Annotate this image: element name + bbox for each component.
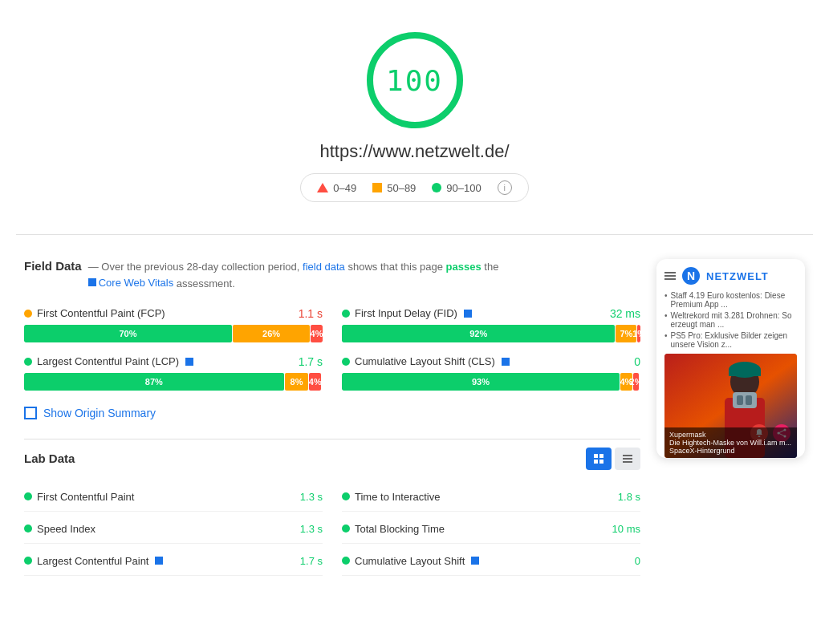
field-data-description: — Over the previous 28-day collection pe… <box>88 259 499 291</box>
lab-si-value: 1.3 s <box>300 523 323 535</box>
svg-rect-0 <box>594 454 598 458</box>
legend-item-mid: 50–89 <box>372 182 416 194</box>
preview-card: N NETZWELT Staff 4.19 Euro kostenlos: Di… <box>656 259 805 458</box>
dot-green-lab-fcp-icon <box>24 492 32 500</box>
lcp-bar-orange: 8% <box>285 373 309 391</box>
preview-caption: Xupermask Die Hightech-Maske von Will.i.… <box>664 427 797 458</box>
news-item-1: Staff 4.19 Euro kostenlos: Diese Premium… <box>664 291 797 309</box>
news-item-2: Weltrekord mit 3.281 Drohnen: So erzeugt… <box>664 311 797 329</box>
metric-cls: Cumulative Layout Shift (CLS) 0 93% 4% 2… <box>342 355 640 391</box>
metric-lcp-header: Largest Contentful Paint (LCP) 1.7 s <box>24 355 323 368</box>
svg-rect-15 <box>737 395 743 405</box>
cls-progress-bar: 93% 4% 2% <box>342 373 640 391</box>
score-section: 100 https://www.netzwelt.de/ 0–49 50–89 … <box>16 16 813 226</box>
svg-rect-6 <box>623 461 632 463</box>
metric-lcp-label: Largest Contentful Paint (LCP) <box>24 355 193 367</box>
lab-metric-si: Speed Index 1.3 s <box>24 515 323 544</box>
lab-si-label: Speed Index <box>24 523 95 535</box>
field-data-link[interactable]: field data <box>303 261 345 273</box>
info-icon[interactable]: i <box>498 180 512 195</box>
metric-fid-header: First Input Delay (FID) 32 ms <box>342 307 640 320</box>
toggle-grid-button[interactable] <box>586 448 612 470</box>
score-circle: 100 <box>367 32 463 128</box>
lcp-bar-green: 87% <box>24 373 284 391</box>
flag-fid-icon <box>464 310 472 318</box>
lab-tbt-label: Total Blocking Time <box>342 523 445 535</box>
field-metrics-grid: First Contentful Paint (FCP) 1.1 s 70% 2… <box>24 307 640 391</box>
fcp-progress-bar: 70% 26% 4% <box>24 325 323 342</box>
flag-cls-icon <box>502 358 510 366</box>
legend-range2: 50–89 <box>387 182 416 194</box>
preview-news-list: Staff 4.19 Euro kostenlos: Diese Premium… <box>664 291 797 349</box>
cwv-flag-icon <box>88 278 96 286</box>
svg-text:N: N <box>687 269 695 282</box>
lab-metric-tti: Time to Interactive 1.8 s <box>342 483 640 512</box>
fid-bar-green: 92% <box>342 325 615 342</box>
preview-brand: NETZWELT <box>706 270 769 282</box>
svg-rect-4 <box>623 455 632 456</box>
lab-metric-lcp: Largest Contentful Paint 1.7 s <box>24 547 323 576</box>
svg-rect-5 <box>623 458 632 460</box>
desc-end: assessment. <box>177 277 235 289</box>
metric-fcp-header: First Contentful Paint (FCP) 1.1 s <box>24 307 323 320</box>
fid-bar-red: 1% <box>637 325 640 342</box>
cls-bar-green: 93% <box>342 373 620 391</box>
dot-green-tti-icon <box>342 492 350 500</box>
dot-green-lab-lcp-icon <box>24 557 32 565</box>
cwv-label: Core Web Vitals <box>99 275 173 291</box>
fid-progress-bar: 92% 7% 1% <box>342 325 640 342</box>
legend-item-high: 90–100 <box>432 182 481 194</box>
metric-cls-value: 0 <box>634 355 640 368</box>
flag-lcp-icon <box>185 358 193 366</box>
legend-range1: 0–49 <box>333 182 356 194</box>
fcp-bar-green: 70% <box>24 325 232 342</box>
fcp-bar-orange: 26% <box>233 325 310 342</box>
cwv-link[interactable]: Core Web Vitals <box>88 275 173 291</box>
preview-logo-icon: N <box>682 267 700 285</box>
cls-bar-red: 2% <box>633 373 639 391</box>
toggle-list-button[interactable] <box>615 448 640 470</box>
lab-lcp-label: Largest Contentful Paint <box>24 555 163 567</box>
show-origin-container[interactable]: Show Origin Summary <box>24 407 640 419</box>
desc-pre: — Over the previous 28-day collection pe… <box>88 261 300 273</box>
lab-cls-label: Cumulative Layout Shift <box>342 555 479 567</box>
view-toggle <box>586 448 640 470</box>
main-content: Field Data — Over the previous 28-day co… <box>16 243 813 592</box>
flag-lab-cls-icon <box>471 557 479 565</box>
metric-cls-label: Cumulative Layout Shift (CLS) <box>342 355 510 367</box>
preview-image: Xupermask Die Hightech-Maske von Will.i.… <box>664 354 797 458</box>
metric-fcp: First Contentful Paint (FCP) 1.1 s 70% 2… <box>24 307 323 342</box>
triangle-icon <box>317 183 328 192</box>
dot-orange-icon <box>24 310 32 318</box>
metric-lcp: Largest Contentful Paint (LCP) 1.7 s 87%… <box>24 355 323 391</box>
lab-cls-value: 0 <box>635 555 640 567</box>
svg-rect-2 <box>594 460 598 464</box>
desc-post: the <box>484 261 498 273</box>
preview-header: N NETZWELT <box>664 267 797 285</box>
lab-data-header: Lab Data <box>24 448 640 470</box>
show-origin-checkbox[interactable] <box>24 407 37 419</box>
desc-mid: shows that this page <box>347 261 443 273</box>
fcp-bar-red: 4% <box>311 325 323 342</box>
lcp-progress-bar: 87% 8% 4% <box>24 373 323 391</box>
svg-rect-1 <box>599 454 603 458</box>
metric-fid: First Input Delay (FID) 32 ms 92% 7% 1% <box>342 307 640 342</box>
lab-metric-tbt: Total Blocking Time 10 ms <box>342 515 640 544</box>
metric-cls-header: Cumulative Layout Shift (CLS) 0 <box>342 355 640 368</box>
show-origin-label[interactable]: Show Origin Summary <box>43 407 156 419</box>
legend-range3: 90–100 <box>446 182 481 194</box>
legend-item-low: 0–49 <box>317 182 356 194</box>
lab-data-title: Lab Data <box>24 452 75 465</box>
dot-green-fid-icon <box>342 310 350 318</box>
divider-2 <box>24 439 640 439</box>
flag-lab-lcp-icon <box>155 557 163 565</box>
svg-rect-3 <box>599 460 603 464</box>
score-legend: 0–49 50–89 90–100 i <box>300 173 528 202</box>
lab-lcp-value: 1.7 s <box>300 555 323 567</box>
left-panel: Field Data — Over the previous 28-day co… <box>24 259 640 576</box>
dot-green-lab-cls-icon <box>342 557 350 565</box>
metric-fcp-value: 1.1 s <box>299 307 323 320</box>
svg-rect-14 <box>733 392 757 408</box>
lab-metric-cls: Cumulative Layout Shift 0 <box>342 547 640 576</box>
score-url: https://www.netzwelt.de/ <box>320 141 510 162</box>
